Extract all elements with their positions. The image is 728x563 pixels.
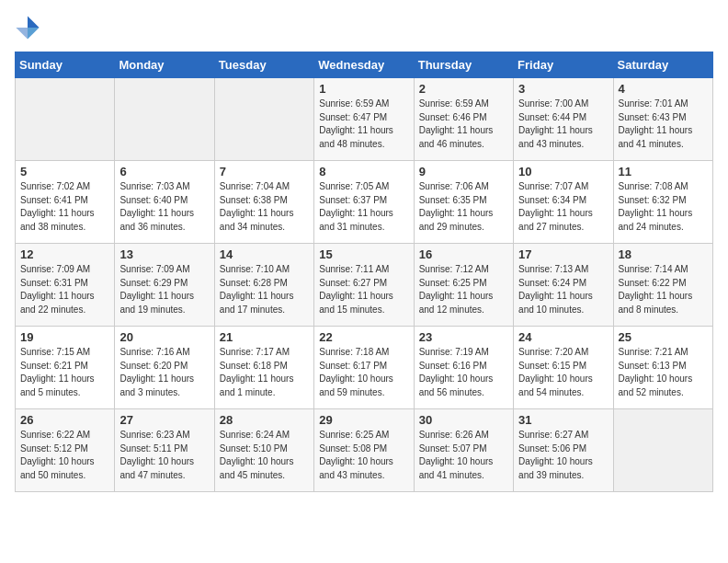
day-info: Sunrise: 6:23 AM Sunset: 5:11 PM Dayligh… xyxy=(119,429,209,482)
day-number: 26 xyxy=(20,413,109,427)
day-number: 18 xyxy=(619,247,708,261)
day-number: 15 xyxy=(319,247,408,261)
day-number: 5 xyxy=(20,165,109,178)
day-header-thursday: Thursday xyxy=(414,52,513,78)
calendar-cell: 15Sunrise: 7:11 AM Sunset: 6:27 PM Dayli… xyxy=(314,244,414,327)
day-info: Sunrise: 6:59 AM Sunset: 6:47 PM Dayligh… xyxy=(319,98,408,151)
day-number: 4 xyxy=(619,82,708,96)
day-info: Sunrise: 6:22 AM Sunset: 5:12 PM Dayligh… xyxy=(20,429,109,482)
day-info: Sunrise: 7:13 AM Sunset: 6:24 PM Dayligh… xyxy=(518,263,608,316)
calendar-cell: 12Sunrise: 7:09 AM Sunset: 6:31 PM Dayli… xyxy=(16,244,115,327)
day-number: 31 xyxy=(518,413,608,427)
day-number: 28 xyxy=(220,413,309,427)
day-number: 17 xyxy=(518,247,608,261)
calendar-cell: 30Sunrise: 6:26 AM Sunset: 5:07 PM Dayli… xyxy=(414,409,513,492)
day-number: 3 xyxy=(518,82,608,96)
day-number: 13 xyxy=(119,247,209,261)
calendar-cell: 24Sunrise: 7:20 AM Sunset: 6:15 PM Dayli… xyxy=(514,327,613,409)
calendar-cell: 28Sunrise: 6:24 AM Sunset: 5:10 PM Dayli… xyxy=(214,409,313,492)
day-info: Sunrise: 7:15 AM Sunset: 6:21 PM Dayligh… xyxy=(20,346,109,399)
calendar-cell xyxy=(214,78,313,161)
calendar-cell: 22Sunrise: 7:18 AM Sunset: 6:17 PM Dayli… xyxy=(314,327,414,409)
calendar-cell: 3Sunrise: 7:00 AM Sunset: 6:44 PM Daylig… xyxy=(514,78,613,161)
day-info: Sunrise: 7:10 AM Sunset: 6:28 PM Dayligh… xyxy=(220,263,309,316)
day-number: 1 xyxy=(319,82,408,96)
day-info: Sunrise: 7:12 AM Sunset: 6:25 PM Dayligh… xyxy=(419,263,508,316)
calendar-cell: 10Sunrise: 7:07 AM Sunset: 6:34 PM Dayli… xyxy=(514,161,613,244)
calendar-cell: 8Sunrise: 7:05 AM Sunset: 6:37 PM Daylig… xyxy=(314,161,414,244)
day-number: 23 xyxy=(419,330,508,344)
day-info: Sunrise: 7:18 AM Sunset: 6:17 PM Dayligh… xyxy=(319,346,408,399)
day-info: Sunrise: 7:17 AM Sunset: 6:18 PM Dayligh… xyxy=(220,346,309,399)
day-info: Sunrise: 7:21 AM Sunset: 6:13 PM Dayligh… xyxy=(619,346,708,399)
calendar-cell: 26Sunrise: 6:22 AM Sunset: 5:12 PM Dayli… xyxy=(16,409,115,492)
day-info: Sunrise: 7:05 AM Sunset: 6:37 PM Dayligh… xyxy=(319,180,408,234)
calendar-cell: 17Sunrise: 7:13 AM Sunset: 6:24 PM Dayli… xyxy=(514,244,613,327)
day-header-friday: Friday xyxy=(514,52,613,78)
day-info: Sunrise: 6:24 AM Sunset: 5:10 PM Dayligh… xyxy=(220,429,309,482)
day-info: Sunrise: 7:09 AM Sunset: 6:29 PM Dayligh… xyxy=(119,263,209,316)
day-info: Sunrise: 7:07 AM Sunset: 6:34 PM Dayligh… xyxy=(518,180,608,234)
day-info: Sunrise: 6:27 AM Sunset: 5:06 PM Dayligh… xyxy=(518,429,608,482)
day-header-tuesday: Tuesday xyxy=(214,52,313,78)
calendar-cell: 2Sunrise: 6:59 AM Sunset: 6:46 PM Daylig… xyxy=(414,78,513,161)
day-info: Sunrise: 7:04 AM Sunset: 6:38 PM Dayligh… xyxy=(220,180,309,234)
calendar-cell: 21Sunrise: 7:17 AM Sunset: 6:18 PM Dayli… xyxy=(214,327,313,409)
calendar-header-row: SundayMondayTuesdayWednesdayThursdayFrid… xyxy=(16,52,713,78)
day-header-monday: Monday xyxy=(115,52,214,78)
calendar-cell xyxy=(16,78,115,161)
calendar-cell: 13Sunrise: 7:09 AM Sunset: 6:29 PM Dayli… xyxy=(115,244,214,327)
logo xyxy=(15,15,44,40)
day-number: 10 xyxy=(518,165,608,178)
day-info: Sunrise: 7:19 AM Sunset: 6:16 PM Dayligh… xyxy=(419,346,508,399)
day-number: 22 xyxy=(319,330,408,344)
calendar-cell xyxy=(115,78,214,161)
calendar-cell: 1Sunrise: 6:59 AM Sunset: 6:47 PM Daylig… xyxy=(314,78,414,161)
day-info: Sunrise: 7:02 AM Sunset: 6:41 PM Dayligh… xyxy=(20,180,109,234)
calendar-week-row: 19Sunrise: 7:15 AM Sunset: 6:21 PM Dayli… xyxy=(16,327,713,409)
calendar-cell: 25Sunrise: 7:21 AM Sunset: 6:13 PM Dayli… xyxy=(613,327,712,409)
svg-marker-0 xyxy=(28,16,40,28)
day-info: Sunrise: 7:06 AM Sunset: 6:35 PM Dayligh… xyxy=(419,180,508,234)
day-number: 29 xyxy=(319,413,408,427)
day-info: Sunrise: 6:26 AM Sunset: 5:07 PM Dayligh… xyxy=(419,429,508,482)
calendar-cell xyxy=(613,409,712,492)
calendar-week-row: 5Sunrise: 7:02 AM Sunset: 6:41 PM Daylig… xyxy=(16,161,713,244)
day-number: 12 xyxy=(20,247,109,261)
calendar-week-row: 26Sunrise: 6:22 AM Sunset: 5:12 PM Dayli… xyxy=(16,409,713,492)
day-number: 8 xyxy=(319,165,408,178)
day-header-sunday: Sunday xyxy=(16,52,115,78)
day-number: 7 xyxy=(220,165,309,178)
day-number: 20 xyxy=(119,330,209,344)
day-number: 14 xyxy=(220,247,309,261)
day-number: 27 xyxy=(119,413,209,427)
calendar-cell: 27Sunrise: 6:23 AM Sunset: 5:11 PM Dayli… xyxy=(115,409,214,492)
calendar-cell: 11Sunrise: 7:08 AM Sunset: 6:32 PM Dayli… xyxy=(613,161,712,244)
calendar-cell: 16Sunrise: 7:12 AM Sunset: 6:25 PM Dayli… xyxy=(414,244,513,327)
calendar-table: SundayMondayTuesdayWednesdayThursdayFrid… xyxy=(15,52,713,492)
page-header xyxy=(15,15,713,40)
calendar-cell: 9Sunrise: 7:06 AM Sunset: 6:35 PM Daylig… xyxy=(414,161,513,244)
calendar-cell: 5Sunrise: 7:02 AM Sunset: 6:41 PM Daylig… xyxy=(16,161,115,244)
day-number: 2 xyxy=(419,82,508,96)
day-info: Sunrise: 6:59 AM Sunset: 6:46 PM Dayligh… xyxy=(419,98,508,151)
day-number: 19 xyxy=(20,330,109,344)
calendar-cell: 18Sunrise: 7:14 AM Sunset: 6:22 PM Dayli… xyxy=(613,244,712,327)
day-info: Sunrise: 7:09 AM Sunset: 6:31 PM Dayligh… xyxy=(20,263,109,316)
day-number: 11 xyxy=(619,165,708,178)
day-info: Sunrise: 7:11 AM Sunset: 6:27 PM Dayligh… xyxy=(319,263,408,316)
calendar-cell: 14Sunrise: 7:10 AM Sunset: 6:28 PM Dayli… xyxy=(214,244,313,327)
day-info: Sunrise: 7:01 AM Sunset: 6:43 PM Dayligh… xyxy=(619,98,708,151)
svg-marker-2 xyxy=(16,28,28,40)
day-info: Sunrise: 7:03 AM Sunset: 6:40 PM Dayligh… xyxy=(119,180,209,234)
logo-icon xyxy=(15,15,40,40)
calendar-cell: 19Sunrise: 7:15 AM Sunset: 6:21 PM Dayli… xyxy=(16,327,115,409)
calendar-cell: 23Sunrise: 7:19 AM Sunset: 6:16 PM Dayli… xyxy=(414,327,513,409)
calendar-week-row: 1Sunrise: 6:59 AM Sunset: 6:47 PM Daylig… xyxy=(16,78,713,161)
calendar-cell: 29Sunrise: 6:25 AM Sunset: 5:08 PM Dayli… xyxy=(314,409,414,492)
day-info: Sunrise: 7:00 AM Sunset: 6:44 PM Dayligh… xyxy=(518,98,608,151)
day-info: Sunrise: 7:16 AM Sunset: 6:20 PM Dayligh… xyxy=(119,346,209,399)
day-info: Sunrise: 7:20 AM Sunset: 6:15 PM Dayligh… xyxy=(518,346,608,399)
calendar-cell: 4Sunrise: 7:01 AM Sunset: 6:43 PM Daylig… xyxy=(613,78,712,161)
day-header-wednesday: Wednesday xyxy=(314,52,414,78)
